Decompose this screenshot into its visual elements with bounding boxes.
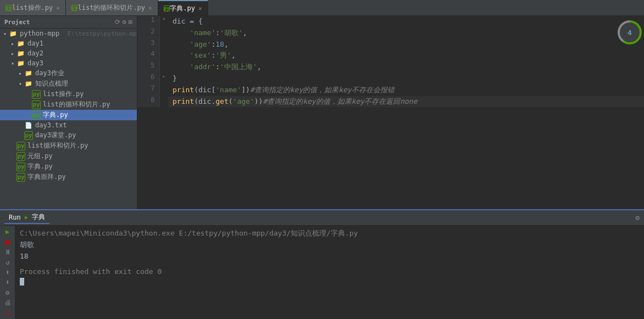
tree-label: day1 — [27, 40, 43, 47]
tree-day3[interactable]: ▾ 📁 day3 — [0, 58, 137, 68]
line-content[interactable]: 'sex':'男', — [168, 50, 644, 61]
py-icon: py — [16, 152, 25, 161]
token: { — [198, 17, 203, 25]
token: '胡歌' — [220, 29, 243, 37]
code-line-2: 2 'name':'胡歌', — [137, 27, 644, 39]
token — [173, 40, 190, 48]
py-icon: py — [71, 5, 78, 11]
tree-label: 字典.py — [43, 110, 68, 120]
token: print — [173, 86, 194, 94]
run-toolbar: ▶ ■ ⏸ ↺ ⬆ ⬇ ⚙ 🖨 ✕ — [0, 226, 15, 319]
line-content[interactable]: print(dic.get('age'))#查询指定的key的值，如果key不存… — [168, 96, 644, 108]
tab-dict[interactable]: py 字典.py ✕ — [158, 0, 208, 15]
py-icon: py — [16, 163, 25, 171]
line-content[interactable]: 'name':'胡歌', — [168, 27, 644, 39]
arrow — [16, 132, 24, 138]
line-content[interactable]: print(dic['name'])#查询指定的key的值，如果key不存在会报… — [168, 85, 644, 96]
tree-list-loop-root[interactable]: py list循环和切片.py — [0, 141, 137, 151]
arrow — [16, 122, 24, 128]
run-icon: ▶ — [25, 214, 28, 220]
token: '男' — [215, 51, 231, 59]
scroll-down-button[interactable]: ⬇ — [2, 278, 14, 286]
console-cmd-text: C:\Users\mapei\Miniconda3\python.exe E:/… — [20, 229, 358, 237]
arrow: ▾ — [1, 31, 9, 37]
tree-label: day3作业 — [35, 69, 64, 78]
tree-label: 字典崇拜.py — [27, 172, 66, 182]
sync-icon[interactable]: ⟳ — [115, 18, 120, 26]
line-content[interactable]: 'age':18, — [168, 39, 644, 51]
output-text: 18 — [20, 252, 29, 260]
settings-icon[interactable]: ⚙ — [635, 214, 640, 222]
tree-day1[interactable]: ▸ 📁 day1 — [0, 38, 137, 48]
line-number: 1 — [137, 16, 159, 27]
avatar-inner: 4 — [620, 23, 640, 42]
fold-gutter[interactable]: ▾ — [159, 16, 168, 27]
token: } — [173, 74, 177, 82]
tree-label: day3 — [27, 59, 43, 67]
py-icon: py — [164, 5, 170, 12]
tab-list-loop[interactable]: py list的循环和切片.py ✕ — [66, 0, 158, 15]
tree-day3hw[interactable]: ▸ 📁 day3作业 — [0, 68, 137, 79]
close-button[interactable]: ✕ — [2, 309, 14, 317]
tree-tuple[interactable]: py 元组.py — [0, 151, 137, 161]
console-output-line2: 18 — [20, 251, 640, 262]
tree-day3txt[interactable]: 📄 day3.txt — [0, 120, 137, 130]
console-output-line1: 胡歌 — [20, 239, 640, 251]
bottom-tab-run[interactable]: Run ▶ 字典 — [4, 211, 49, 224]
arrow — [9, 174, 16, 180]
bottom-panel-header: Run ▶ 字典 ⚙ — [0, 210, 644, 226]
gear-icon[interactable]: ⚙ — [123, 18, 126, 26]
tree-knowledge[interactable]: ▾ 📁 知识点梳理 — [0, 79, 137, 89]
stop-button[interactable]: ■ — [2, 238, 14, 245]
tree-day2[interactable]: ▸ 📁 day2 — [0, 48, 137, 58]
expand-icon[interactable]: ⊞ — [129, 18, 132, 26]
line-number: 8 — [137, 96, 159, 108]
line-content[interactable]: dic = { — [168, 16, 644, 27]
code-editor[interactable]: 1 ▾ dic = { 2 'name':'胡歌', 3 'age':18, — [137, 16, 644, 209]
tree-list-loop-file[interactable]: py list的循环和切片.py — [0, 99, 137, 110]
folder-icon: 📁 — [16, 59, 25, 68]
arrow — [9, 143, 16, 149]
tab-list-ops[interactable]: py list操作.py ✕ — [0, 0, 66, 15]
py-icon: py — [16, 142, 25, 150]
tab-label: 字典.py — [170, 4, 195, 13]
bottom-panel-icons: ⚙ — [635, 214, 640, 222]
fold-gutter[interactable]: ▸ — [159, 73, 168, 85]
run-button[interactable]: ▶ — [2, 228, 14, 236]
tree-dict-file[interactable]: py 字典.py — [0, 110, 137, 120]
tab-bar: py list操作.py ✕ py list的循环和切片.py ✕ py 字典.… — [0, 0, 644, 16]
tree-day3class[interactable]: py day3课堂.py — [0, 130, 137, 141]
line-content[interactable]: 'addr':'中国上海', — [168, 61, 644, 73]
line-number: 6 — [137, 73, 159, 85]
tab-close[interactable]: ✕ — [198, 5, 202, 12]
tab-close[interactable]: ✕ — [148, 4, 152, 12]
cursor-line — [20, 278, 640, 286]
folder-icon: 📁 — [16, 49, 25, 58]
line-content[interactable]: } — [168, 73, 644, 85]
py-icon: py — [24, 131, 33, 140]
scroll-up-button[interactable]: ⬆ — [2, 268, 14, 276]
avatar[interactable]: 4 — [618, 20, 642, 44]
py-icon: py — [16, 173, 25, 182]
tree-list-ops-file[interactable]: py list操作.py — [0, 89, 137, 99]
tree-label: list操作.py — [43, 89, 84, 99]
settings-button[interactable]: ⚙ — [2, 289, 14, 296]
console-spacer — [20, 262, 640, 266]
tree-dict-root[interactable]: py 字典.py — [0, 161, 137, 172]
tree-dict-intro[interactable]: py 字典崇拜.py — [0, 172, 137, 182]
py-icon: py — [32, 90, 41, 99]
tab-close[interactable]: ✕ — [56, 4, 60, 12]
pause-button[interactable]: ⏸ — [2, 248, 14, 256]
fold-gutter — [159, 96, 168, 108]
folder-icon: 📁 — [9, 29, 18, 38]
rerun-button[interactable]: ↺ — [2, 258, 14, 266]
token: ]) — [241, 86, 250, 94]
bottom-tabs: Run ▶ 字典 — [4, 211, 49, 224]
code-line-8: 8 print(dic.get('age'))#查询指定的key的值，如果key… — [137, 96, 644, 108]
sidebar-title: Project — [4, 19, 30, 26]
tree-root[interactable]: ▾ 📁 python-mpp E:\testpy\python-mpp — [0, 29, 137, 38]
print-button[interactable]: 🖨 — [2, 299, 14, 306]
token: #查询指定的key的值，如果key不存在会报错 — [250, 86, 395, 94]
tree-label: 字典.py — [27, 162, 53, 171]
bottom-panel: Run ▶ 字典 ⚙ ▶ ■ ⏸ ↺ ⬆ ⬇ ⚙ 🖨 ✕ C:\Users\ma… — [0, 209, 644, 319]
